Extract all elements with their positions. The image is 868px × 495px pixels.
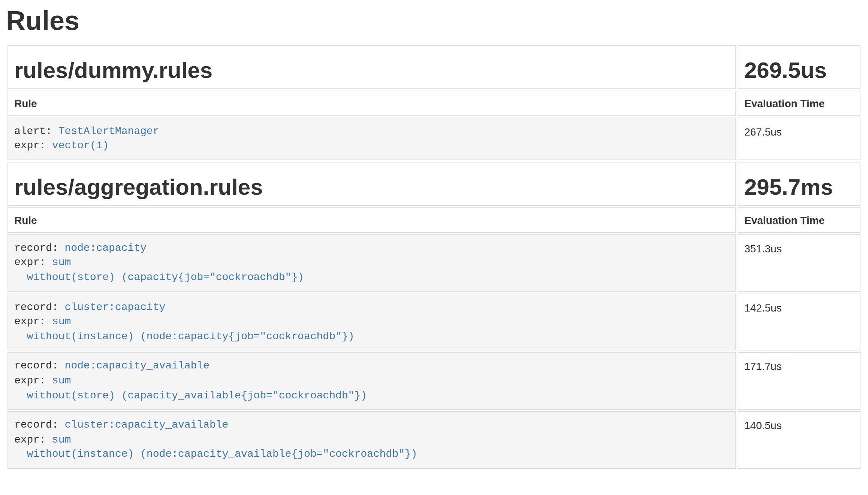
rule-code-text: record: bbox=[14, 419, 64, 431]
rule-code: record: node:capacity_available expr: su… bbox=[14, 359, 729, 403]
rule-evaluation-time: 140.5us bbox=[738, 411, 861, 469]
rule-code-text: expr: bbox=[14, 139, 52, 151]
rule-code: record: node:capacity expr: sum without(… bbox=[14, 241, 729, 285]
rule-link[interactable]: TestAlertManager bbox=[58, 125, 159, 137]
rules-table: rules/dummy.rules269.5usRuleEvaluation T… bbox=[6, 43, 862, 470]
rule-row: record: cluster:capacity expr: sum witho… bbox=[7, 293, 861, 351]
rule-row: record: node:capacity_available expr: su… bbox=[7, 352, 861, 410]
column-header-row: RuleEvaluation Time bbox=[7, 90, 861, 116]
group-name: rules/dummy.rules bbox=[14, 57, 729, 82]
rule-link[interactable]: cluster:capacity_available bbox=[64, 419, 228, 431]
rule-code-text: expr: bbox=[14, 315, 52, 327]
rule-evaluation-time: 171.7us bbox=[738, 352, 861, 410]
rule-code-text: expr: bbox=[14, 433, 52, 445]
rule-link[interactable]: node:capacity_available bbox=[64, 360, 209, 372]
group-evaluation-time: 295.7ms bbox=[744, 174, 854, 199]
rule-code-text: alert: bbox=[14, 125, 58, 137]
column-header-row: RuleEvaluation Time bbox=[7, 207, 861, 233]
rule-code-text: record: bbox=[14, 242, 64, 254]
rule-evaluation-time: 142.5us bbox=[738, 293, 861, 351]
group-name: rules/aggregation.rules bbox=[14, 174, 729, 199]
rule-link[interactable]: sum without(store) (capacity_available{j… bbox=[14, 374, 367, 401]
rule-cell: record: node:capacity_available expr: su… bbox=[7, 352, 736, 410]
rule-cell: alert: TestAlertManager expr: vector(1) bbox=[7, 117, 736, 160]
rule-code: record: cluster:capacity expr: sum witho… bbox=[14, 300, 729, 344]
group-header-row: rules/aggregation.rules295.7ms bbox=[7, 162, 861, 206]
rule-evaluation-time: 267.5us bbox=[738, 117, 861, 160]
rule-link[interactable]: node:capacity bbox=[64, 242, 146, 254]
page-title: Rules bbox=[6, 6, 862, 36]
evaluation-time-column-header: Evaluation Time bbox=[738, 90, 861, 116]
rule-evaluation-time: 351.3us bbox=[738, 234, 861, 292]
rule-column-header: Rule bbox=[7, 207, 736, 233]
evaluation-time-column-header: Evaluation Time bbox=[738, 207, 861, 233]
rule-cell: record: cluster:capacity_available expr:… bbox=[7, 411, 736, 469]
rule-code-text: expr: bbox=[14, 256, 52, 268]
group-evaluation-time: 269.5us bbox=[744, 57, 854, 82]
rule-cell: record: node:capacity expr: sum without(… bbox=[7, 234, 736, 292]
rule-link[interactable]: vector(1) bbox=[52, 139, 109, 151]
group-evaluation-time-cell: 269.5us bbox=[738, 45, 861, 89]
group-name-cell: rules/dummy.rules bbox=[7, 45, 736, 89]
rule-link[interactable]: cluster:capacity bbox=[64, 301, 165, 313]
rule-link[interactable]: sum without(instance) (node:capacity{job… bbox=[14, 315, 354, 342]
rules-page: Rules rules/dummy.rules269.5usRuleEvalua… bbox=[0, 0, 868, 495]
group-evaluation-time-cell: 295.7ms bbox=[738, 162, 861, 206]
rule-cell: record: cluster:capacity expr: sum witho… bbox=[7, 293, 736, 351]
rules-table-body: rules/dummy.rules269.5usRuleEvaluation T… bbox=[7, 45, 861, 469]
rule-row: alert: TestAlertManager expr: vector(1)2… bbox=[7, 117, 861, 160]
rule-code-text: expr: bbox=[14, 374, 52, 386]
rule-code: record: cluster:capacity_available expr:… bbox=[14, 418, 729, 462]
group-header-row: rules/dummy.rules269.5us bbox=[7, 45, 861, 89]
rule-code-text: record: bbox=[14, 301, 64, 313]
rule-row: record: node:capacity expr: sum without(… bbox=[7, 234, 861, 292]
rule-column-header: Rule bbox=[7, 90, 736, 116]
group-name-cell: rules/aggregation.rules bbox=[7, 162, 736, 206]
rule-link[interactable]: sum without(store) (capacity{job="cockro… bbox=[14, 256, 304, 283]
rule-code-text: record: bbox=[14, 360, 64, 372]
rule-row: record: cluster:capacity_available expr:… bbox=[7, 411, 861, 469]
rule-link[interactable]: sum without(instance) (node:capacity_ava… bbox=[14, 433, 417, 460]
rule-code: alert: TestAlertManager expr: vector(1) bbox=[14, 124, 729, 153]
